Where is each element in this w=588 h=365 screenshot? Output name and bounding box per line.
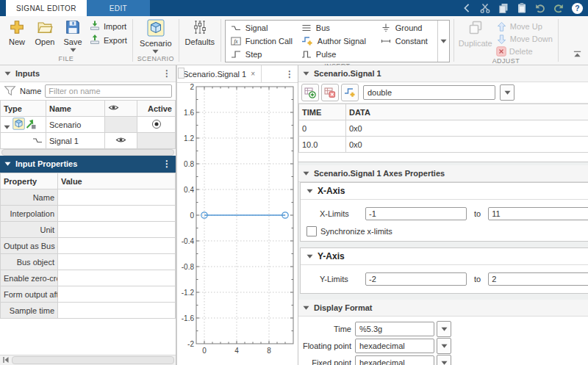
display-format-collapse-button[interactable] (303, 305, 309, 311)
axes-properties-collapse-button[interactable] (303, 170, 309, 176)
data-cell[interactable]: 0x0 (346, 137, 588, 153)
move-up-button[interactable]: Move Up (496, 21, 553, 32)
property-value[interactable] (58, 189, 176, 206)
tab-scenario-signal-1[interactable]: Scenario.Signal 1 × (177, 65, 262, 82)
collapse-ribbon-button[interactable] (573, 50, 582, 60)
property-value[interactable] (58, 238, 176, 254)
close-tab-icon[interactable]: × (251, 70, 255, 78)
floating-point-dropdown-button[interactable] (437, 338, 451, 354)
column-active[interactable]: Active (137, 101, 176, 117)
export-button[interactable]: Export (89, 35, 127, 46)
data-cell[interactable]: 0x0 (346, 120, 588, 137)
property-row[interactable]: Name (1, 189, 176, 206)
radio-on-icon[interactable] (151, 119, 162, 129)
caret-down-icon[interactable] (4, 124, 10, 130)
sync-xlimits-checkbox[interactable] (306, 226, 317, 236)
y-min-input[interactable] (365, 272, 467, 286)
copy-button[interactable] (497, 1, 510, 15)
column-name[interactable]: Name (46, 101, 105, 117)
import-button[interactable]: Import (89, 21, 127, 32)
insert-gallery-expand-button[interactable] (437, 21, 449, 62)
insert-bus-button[interactable]: Bus (296, 21, 376, 35)
visibility-cell[interactable] (105, 133, 137, 149)
filter-input[interactable] (45, 84, 172, 98)
time-data-row[interactable]: 00x0 (299, 120, 588, 137)
insert-pulse-button[interactable]: Pulse (296, 48, 376, 61)
visibility-cell[interactable] (105, 117, 137, 133)
eye-icon[interactable] (115, 134, 126, 145)
duplicate-button[interactable]: Duplicate (458, 18, 493, 48)
help-button[interactable]: ? (570, 1, 584, 15)
time-dropdown-button[interactable] (437, 321, 451, 337)
active-cell[interactable] (137, 117, 176, 133)
property-value[interactable] (58, 286, 176, 303)
active-cell[interactable] (137, 133, 176, 149)
x-max-input[interactable] (488, 207, 588, 220)
y-axis-header[interactable]: Y-Axis (301, 248, 588, 265)
defaults-button[interactable]: Defaults (183, 18, 217, 46)
collapse-chevron-button[interactable] (460, 1, 473, 15)
input-properties-menu-button[interactable]: ⋮ (162, 159, 171, 168)
insert-constant-button[interactable]: Constant (376, 35, 437, 48)
signal-menu-button[interactable]: ⋮ (585, 69, 588, 78)
add-signal-button[interactable] (341, 84, 359, 101)
time-cell[interactable]: 10.0 (299, 137, 346, 153)
time-field[interactable]: %5.3g (355, 322, 434, 336)
fixed-point-field[interactable]: hexadecimal (355, 355, 434, 365)
redo-button[interactable] (552, 1, 565, 15)
splitter-left[interactable] (176, 65, 177, 365)
property-value[interactable] (58, 222, 176, 238)
property-row[interactable]: Form output aft... (1, 286, 176, 303)
column-type[interactable]: Type (1, 101, 46, 117)
inputs-table-row[interactable]: Signal 1 (1, 133, 176, 149)
insert-author-signal-button[interactable]: Author Signal (296, 35, 376, 48)
left-hscrollbar[interactable] (0, 355, 176, 365)
property-value[interactable] (58, 270, 176, 286)
property-row[interactable]: Output as Bus o... (1, 238, 176, 254)
signal-collapse-button[interactable] (303, 71, 309, 76)
property-row[interactable]: Bus object (1, 254, 176, 270)
tab-edit[interactable]: EDIT (87, 0, 150, 16)
cut-button[interactable] (478, 1, 492, 15)
add-row-button[interactable] (301, 84, 319, 101)
splitter-grip[interactable] (178, 68, 184, 79)
inputs-hscrollbar[interactable] (0, 149, 176, 156)
insert-signal-button[interactable]: Signal (226, 21, 296, 35)
x-min-input[interactable] (365, 207, 467, 220)
inputs-collapse-button[interactable] (4, 71, 11, 76)
x-axis-header[interactable]: X-Axis (301, 183, 588, 200)
property-value[interactable] (58, 254, 176, 270)
signal-plot-svg[interactable]: -2-1.6-1.2-0.8-0.400.40.81.21.62048 (177, 83, 298, 365)
chart-menu-button[interactable]: ⋮ (285, 70, 294, 79)
time-data-row[interactable]: 10.00x0 (299, 137, 588, 153)
inputs-table-row[interactable]: Scenario (1, 117, 176, 133)
insert-ground-button[interactable]: Ground (376, 21, 437, 35)
property-value[interactable] (58, 206, 176, 222)
new-button[interactable]: New (4, 18, 30, 46)
data-type-dropdown-button[interactable] (500, 84, 514, 101)
inputs-menu-button[interactable]: ⋮ (162, 69, 171, 78)
data-type-field[interactable]: double (363, 85, 495, 100)
property-value[interactable] (58, 303, 176, 319)
input-properties-collapse-button[interactable] (4, 161, 11, 167)
open-button[interactable]: Open (32, 18, 58, 46)
scenario-button[interactable]: Scenario (137, 18, 175, 54)
undo-button[interactable] (534, 1, 547, 15)
signal-plot[interactable]: -2-1.6-1.2-0.8-0.400.40.81.21.62048 (177, 83, 298, 365)
property-row[interactable]: Enable zero-cro... (1, 270, 176, 286)
paste-button[interactable] (515, 1, 528, 15)
move-down-button[interactable]: Move Down (496, 33, 553, 45)
insert-step-button[interactable]: Step (226, 48, 296, 61)
display-format-menu-button[interactable]: ⋮ (585, 303, 588, 312)
delete-button[interactable]: Delete (496, 46, 553, 57)
save-button[interactable]: Save (60, 18, 86, 53)
axes-properties-menu-button[interactable]: ⋮ (585, 169, 588, 178)
tab-signal-editor[interactable]: SIGNAL EDITOR (6, 0, 87, 16)
insert-function-call-button[interactable]: fxFunction Call (226, 35, 296, 48)
column-visibility[interactable] (105, 101, 137, 117)
fixed-point-dropdown-button[interactable] (437, 355, 451, 365)
floating-point-field[interactable]: hexadecimal (355, 339, 434, 353)
property-row[interactable]: Interpolation (1, 206, 176, 222)
property-row[interactable]: Unit (1, 222, 176, 238)
time-cell[interactable]: 0 (299, 120, 346, 137)
